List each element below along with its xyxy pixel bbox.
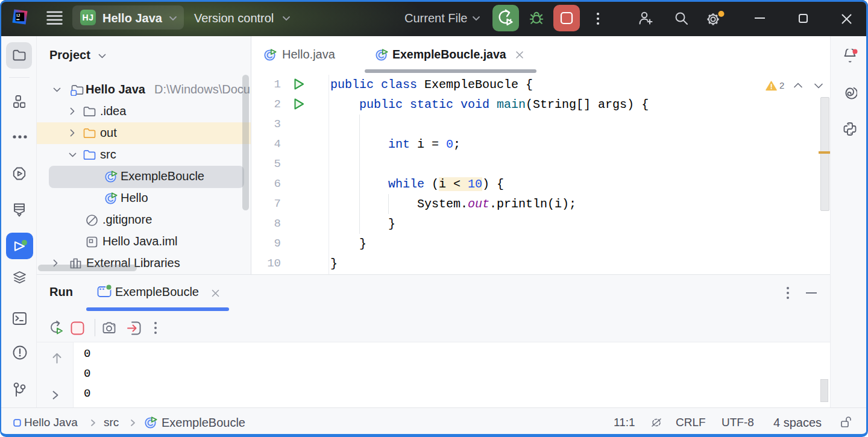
svg-text:IJ: IJ (16, 13, 20, 17)
